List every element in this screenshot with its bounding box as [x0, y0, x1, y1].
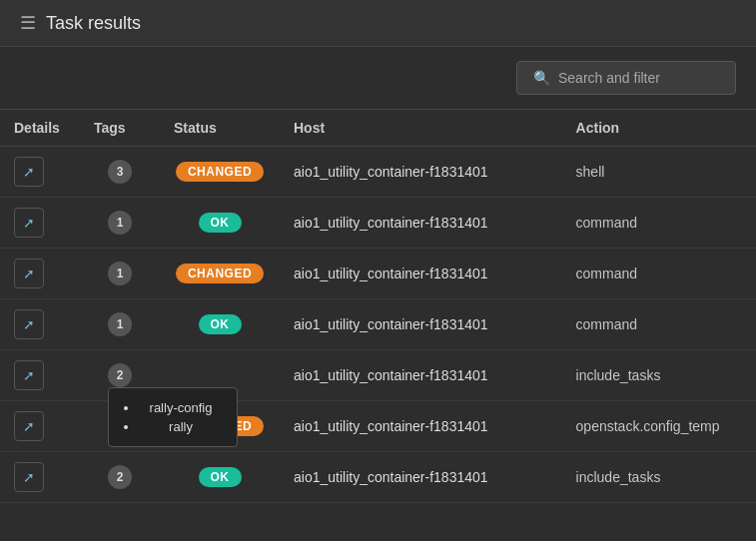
results-table: Details Tags Status Host Action ➚3CHANGE…	[0, 109, 756, 503]
table-row: ➚1OKaio1_utility_container-f1831401comma…	[0, 198, 756, 249]
host-value: aio1_utility_container-f1831401	[280, 249, 562, 299]
col-header-status: Status	[160, 110, 280, 147]
status-badge: CHANGED	[176, 264, 264, 283]
tag-tooltip-wrapper: 2rally-configrally	[108, 363, 132, 387]
header: ☰ Task results	[0, 0, 756, 47]
status-badge: OK	[199, 314, 242, 334]
page-title: Task results	[46, 13, 141, 34]
search-icon: 🔍	[533, 70, 550, 86]
table-container: Details Tags Status Host Action ➚3CHANGE…	[0, 109, 756, 503]
table-row: ➚2rally-configrallyaio1_utility_containe…	[0, 350, 756, 401]
action-value: include_tasks	[562, 452, 756, 503]
action-value: include_tasks	[562, 350, 756, 401]
toolbar: 🔍 Search and filter	[0, 47, 756, 109]
table-row: ➚3CHANGEDaio1_utility_container-f1831401…	[0, 147, 756, 198]
host-value: aio1_utility_container-f1831401	[280, 147, 562, 198]
tag-count[interactable]: 3	[108, 160, 132, 184]
status-badge: CHANGED	[176, 416, 264, 436]
tag-count[interactable]: 1	[108, 262, 132, 285]
action-value: openstack.config_temp	[562, 401, 756, 452]
action-value: command	[562, 299, 756, 350]
col-header-details: Details	[0, 110, 80, 147]
tag-count[interactable]: 1	[108, 211, 132, 235]
host-value: aio1_utility_container-f1831401	[280, 299, 562, 350]
details-button[interactable]: ➚	[14, 360, 44, 390]
tag-count[interactable]: 2	[108, 363, 132, 387]
col-header-action: Action	[562, 110, 756, 147]
action-value: command	[562, 198, 756, 249]
tag-count[interactable]: 1	[108, 312, 132, 336]
status-badge: CHANGED	[176, 162, 264, 182]
col-header-tags: Tags	[80, 110, 160, 147]
action-value: command	[562, 249, 756, 299]
details-button[interactable]: ➚	[14, 157, 44, 187]
details-button[interactable]: ➚	[14, 259, 44, 288]
table-row: ➚1CHANGEDaio1_utility_container-f1831401…	[0, 401, 756, 452]
details-button[interactable]: ➚	[14, 208, 44, 238]
details-button[interactable]: ➚	[14, 309, 44, 339]
search-bar[interactable]: 🔍 Search and filter	[516, 61, 736, 95]
search-placeholder: Search and filter	[558, 70, 660, 86]
details-button[interactable]: ➚	[14, 462, 44, 492]
details-button[interactable]: ➚	[14, 411, 44, 441]
tag-count[interactable]: 2	[108, 465, 132, 489]
tag-count[interactable]: 1	[108, 414, 132, 438]
status-badge: OK	[199, 467, 242, 487]
table-row: ➚1OKaio1_utility_container-f1831401comma…	[0, 299, 756, 350]
status-badge: OK	[199, 213, 242, 233]
host-value: aio1_utility_container-f1831401	[280, 198, 562, 249]
host-value: aio1_utility_container-f1831401	[280, 452, 562, 503]
table-header-row: Details Tags Status Host Action	[0, 110, 756, 147]
host-value: aio1_utility_container-f1831401	[280, 350, 562, 401]
col-header-host: Host	[280, 110, 562, 147]
host-value: aio1_utility_container-f1831401	[280, 401, 562, 452]
action-value: shell	[562, 147, 756, 198]
table-icon: ☰	[20, 12, 36, 34]
table-row: ➚2OKaio1_utility_container-f1831401inclu…	[0, 452, 756, 503]
table-row: ➚1CHANGEDaio1_utility_container-f1831401…	[0, 249, 756, 299]
